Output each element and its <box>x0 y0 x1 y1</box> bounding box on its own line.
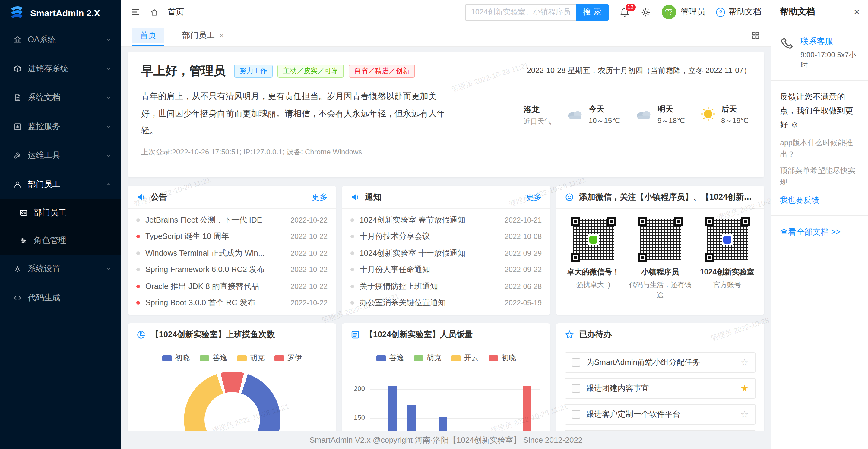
dot-icon <box>136 301 140 305</box>
bank-icon <box>13 36 22 44</box>
announcement-more-link[interactable]: 更多 <box>312 191 328 202</box>
sidebar-item-oa[interactable]: OA系统 <box>0 25 121 54</box>
cloud-icon <box>566 107 584 123</box>
dot-icon <box>136 235 140 238</box>
tab-department[interactable]: 部门员工 × <box>182 24 224 46</box>
tab-layout-icon[interactable] <box>751 31 760 40</box>
tab-close-icon[interactable]: × <box>220 31 224 39</box>
list-item[interactable]: JetBrains Fleet 公测，下一代 IDE2022-10-22 <box>136 212 328 228</box>
center-column: 首页 搜 索 12 管 管理员 ? 帮助文档 <box>121 0 771 449</box>
breadcrumb[interactable]: 首页 <box>168 7 184 18</box>
search-input[interactable] <box>465 4 576 20</box>
dot-icon <box>136 218 140 222</box>
sidebar-item-docs[interactable]: 系统文档 <box>0 83 121 112</box>
checkbox[interactable] <box>572 384 580 393</box>
feedback-headline: 反馈让您不满意的点，我们争取做到更好 ☺ <box>780 91 860 132</box>
weather-day-today: 今天 10～15℃ <box>566 104 620 126</box>
checkbox[interactable] <box>572 358 580 367</box>
global-search: 搜 索 <box>465 4 608 20</box>
notice-more-link[interactable]: 更多 <box>526 191 542 202</box>
user-menu[interactable]: 管 管理员 <box>661 5 705 19</box>
sidebar-item-settings[interactable]: 系统设置 <box>0 255 121 284</box>
badge-reliable: 主动／皮实／可靠 <box>277 64 344 77</box>
greeting-title: 早上好，管理员 <box>141 63 226 79</box>
feedback-item: 顶部菜单希望能尽快实现 <box>780 165 860 188</box>
chevron-down-icon <box>105 37 112 43</box>
dot-icon <box>350 235 354 238</box>
todo-card: 已办待办 为SmartAdmin前端小组分配任务 ☆ 跟进团建内容事宜 ★ <box>556 323 764 449</box>
todo-item[interactable]: 跟进客户定制一个软件平台 ☆ <box>565 404 756 424</box>
sidebar-item-ops[interactable]: 运维工具 <box>0 141 121 170</box>
megaphone-icon <box>350 192 360 202</box>
list-item[interactable]: Oracle 推出 JDK 8 的直接替代品2022-10-22 <box>136 278 328 295</box>
list-item[interactable]: 关于疫情防控上班通知2022-06-28 <box>350 278 542 295</box>
weather-city: 洛龙 近日天气 <box>524 104 551 126</box>
menu-fold-icon[interactable] <box>131 7 141 17</box>
sidebar-item-erp[interactable]: 进销存系统 <box>0 54 121 83</box>
sidebar-item-codegen[interactable]: 代码生成 <box>0 284 121 312</box>
dot-icon <box>350 301 354 305</box>
checkbox[interactable] <box>572 410 580 419</box>
app-logo[interactable]: SmartAdmin 2.X <box>0 0 121 25</box>
list-item[interactable]: Spring Boot 3.0.0 首个 RC 发布2022-10-22 <box>136 295 328 311</box>
star-toggle-icon[interactable]: ★ <box>740 383 749 394</box>
todo-item[interactable]: 为SmartAdmin前端小组分配任务 ☆ <box>565 352 756 373</box>
team-icon <box>13 180 22 189</box>
sidebar-item-label: 监控服务 <box>28 121 60 132</box>
card-title: 已办待办 <box>579 329 612 340</box>
view-all-docs-link[interactable]: 查看全部文档 >> <box>780 227 860 237</box>
monitor-icon <box>13 122 22 131</box>
contact-support-link[interactable]: 联系客服 <box>801 36 860 47</box>
list-item[interactable]: TypeScript 诞生 10 周年2022-10-22 <box>136 228 328 245</box>
gear-icon[interactable] <box>640 7 651 17</box>
star-icon <box>565 329 574 339</box>
list-item[interactable]: 1024创新实验室 十一放假通知2022-09-29 <box>350 245 542 261</box>
list-item[interactable]: Windows Terminal 正式成为 Win...2022-10-22 <box>136 245 328 261</box>
star-toggle-icon[interactable]: ☆ <box>740 357 749 368</box>
sidebar-item-employee[interactable]: 部门员工 <box>0 170 121 199</box>
dot-icon <box>350 252 354 255</box>
qr-code-image <box>638 217 683 262</box>
list-item[interactable]: 办公室消杀关键位置通知2022-05-19 <box>350 295 542 311</box>
last-login-info: 上次登录:2022-10-26 17:50:51; IP:127.0.0.1; … <box>141 147 751 157</box>
help-panel: 帮助文档 × 联系客服 9:00-17:00 5x7小时 反馈让您不满意的点，我… <box>771 0 868 449</box>
code-icon <box>13 294 22 302</box>
sidebar-subitem-label: 角色管理 <box>34 235 66 246</box>
notification-bell-icon[interactable]: 12 <box>619 7 629 17</box>
sidebar-menu: OA系统 进销存系统 系统文档 监控服务 运维工具 <box>0 25 121 312</box>
chevron-down-icon <box>105 266 112 272</box>
help-doc-button[interactable]: ? 帮助文档 <box>716 7 761 18</box>
logo-icon <box>9 4 25 22</box>
tab-home[interactable]: 首页 <box>132 24 164 46</box>
search-button[interactable]: 搜 索 <box>576 4 608 20</box>
list-item[interactable]: Spring Framework 6.0.0 RC2 发布2022-10-22 <box>136 261 328 278</box>
sidebar-item-monitor[interactable]: 监控服务 <box>0 112 121 141</box>
y-axis-tick: 150 <box>349 414 365 421</box>
sidebar-subitem-label: 部门员工 <box>34 207 66 218</box>
home-icon[interactable] <box>150 7 159 17</box>
chevron-down-icon <box>105 124 112 130</box>
list-item[interactable]: 1024创新实验室 春节放假通知2022-10-21 <box>350 212 542 228</box>
list-item[interactable]: 十月份技术分享会议2022-10-08 <box>350 228 542 245</box>
notice-card: 通知 更多 1024创新实验室 春节放假通知2022-10-21 十月份技术分享… <box>342 186 550 315</box>
qr-code-image <box>571 217 616 262</box>
sidebar-item-label: OA系统 <box>28 34 56 45</box>
sidebar-subitem-role[interactable]: 角色管理 <box>0 227 121 255</box>
top-header: 首页 搜 索 12 管 管理员 ? 帮助文档 <box>121 0 771 24</box>
feedback-link[interactable]: 我也要反馈 <box>780 195 860 206</box>
pie-chart-icon <box>136 329 146 339</box>
dot-icon <box>350 218 354 222</box>
card-title: 公告 <box>151 191 167 202</box>
close-icon[interactable]: × <box>854 6 860 17</box>
slacking-chart-card: 【1024创新实验室】上班摸鱼次数 初晓 善逸 胡克 罗伊 <box>128 323 336 449</box>
announcement-list: JetBrains Fleet 公测，下一代 IDE2022-10-22 Typ… <box>128 209 336 314</box>
star-toggle-icon[interactable]: ☆ <box>740 409 749 420</box>
sidebar-subitem-employee[interactable]: 部门员工 <box>0 199 121 227</box>
card-title: 通知 <box>365 191 381 202</box>
list-item[interactable]: 十月份人事任命通知2022-09-22 <box>350 261 542 278</box>
help-panel-title: 帮助文档 <box>780 6 815 18</box>
todo-item[interactable]: 跟进团建内容事宜 ★ <box>565 378 756 398</box>
app-root: SmartAdmin 2.X OA系统 进销存系统 系统文档 监控服务 <box>0 0 868 449</box>
role-icon <box>19 236 28 245</box>
welcome-card: 早上好，管理员 努力工作 主动／皮实／可靠 自省／精进／创新 2022-10-2… <box>128 52 764 177</box>
